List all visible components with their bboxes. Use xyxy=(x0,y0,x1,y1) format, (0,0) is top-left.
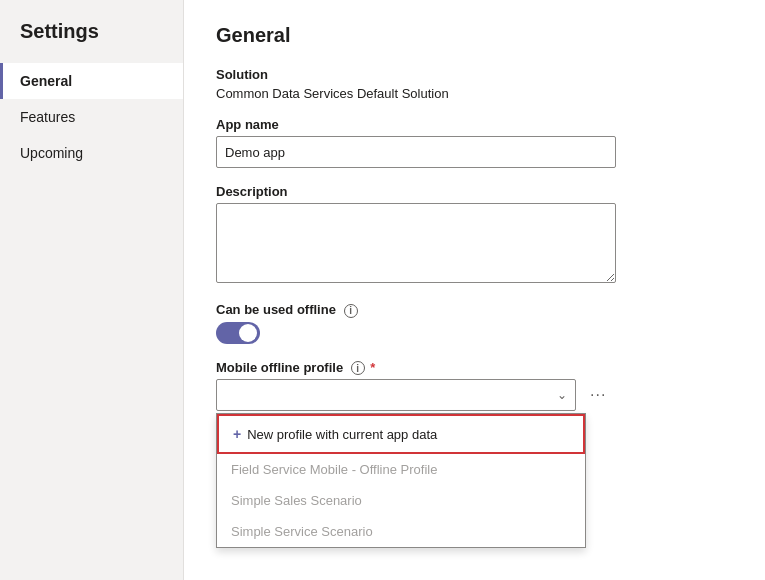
solution-label: Solution xyxy=(216,67,733,82)
mobile-profile-field: Mobile offline profile i * ⌄ + New profi… xyxy=(216,360,733,412)
required-indicator: * xyxy=(370,360,375,375)
dropdown-container: ⌄ + New profile with current app data Fi… xyxy=(216,379,576,411)
mobile-profile-info-icon: i xyxy=(351,361,365,375)
sidebar-item-features[interactable]: Features xyxy=(0,99,183,135)
mobile-profile-dropdown[interactable]: ⌄ xyxy=(216,379,576,411)
solution-field: Solution Common Data Services Default So… xyxy=(216,67,733,101)
sidebar-title: Settings xyxy=(0,20,183,63)
main-content: General Solution Common Data Services De… xyxy=(184,0,765,580)
dropdown-item-2[interactable]: Simple Service Scenario xyxy=(217,516,585,547)
sidebar-item-general[interactable]: General xyxy=(0,63,183,99)
description-label: Description xyxy=(216,184,733,199)
app-name-label: App name xyxy=(216,117,733,132)
page-title: General xyxy=(216,24,733,47)
more-options-button[interactable]: ··· xyxy=(584,382,612,408)
app-name-input[interactable] xyxy=(216,136,616,168)
app-name-field: App name xyxy=(216,117,733,168)
new-profile-option[interactable]: + New profile with current app data xyxy=(217,414,585,454)
mobile-profile-label: Mobile offline profile i * xyxy=(216,360,733,376)
description-field: Description xyxy=(216,184,733,286)
toggle-thumb xyxy=(239,324,257,342)
offline-toggle-container xyxy=(216,322,733,344)
offline-field: Can be used offline i xyxy=(216,302,733,344)
profile-row: ⌄ + New profile with current app data Fi… xyxy=(216,379,733,411)
chevron-down-icon: ⌄ xyxy=(557,388,567,402)
description-input[interactable] xyxy=(216,203,616,283)
offline-toggle[interactable] xyxy=(216,322,260,344)
solution-value: Common Data Services Default Solution xyxy=(216,86,733,101)
dropdown-item-0[interactable]: Field Service Mobile - Offline Profile xyxy=(217,454,585,485)
sidebar: Settings General Features Upcoming xyxy=(0,0,184,580)
dropdown-item-1[interactable]: Simple Sales Scenario xyxy=(217,485,585,516)
dropdown-menu: + New profile with current app data Fiel… xyxy=(216,413,586,548)
offline-info-icon: i xyxy=(344,304,358,318)
plus-icon: + xyxy=(233,426,241,442)
offline-label: Can be used offline i xyxy=(216,302,733,318)
new-profile-label: New profile with current app data xyxy=(247,427,437,442)
sidebar-item-upcoming[interactable]: Upcoming xyxy=(0,135,183,171)
